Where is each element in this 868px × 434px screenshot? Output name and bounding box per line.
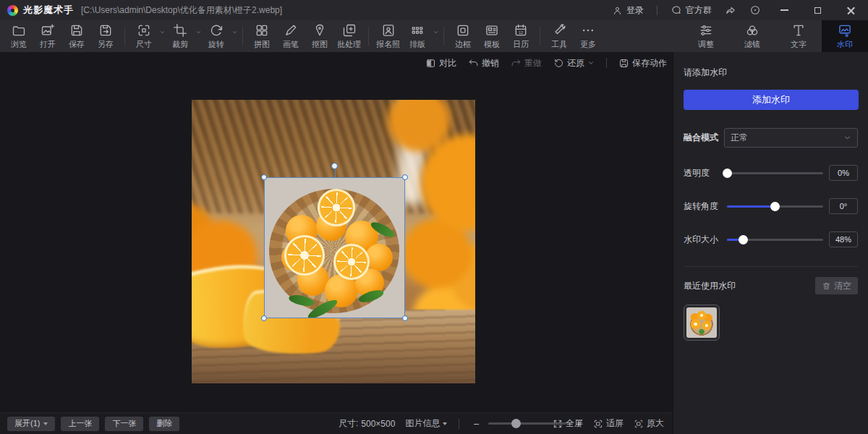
login-button[interactable]: 登录 bbox=[612, 4, 644, 17]
toolbar-border[interactable]: 边框 bbox=[448, 20, 477, 52]
save-action-icon bbox=[618, 58, 629, 69]
delete-image-button[interactable]: 删除 bbox=[149, 417, 179, 431]
toolbar-layout[interactable]: 排版 bbox=[403, 20, 432, 52]
toolbar-brush[interactable]: 画笔 bbox=[276, 20, 305, 52]
expand-button[interactable]: 展开(1) bbox=[7, 417, 55, 431]
share-button[interactable] bbox=[725, 4, 736, 16]
chevron-down-icon[interactable] bbox=[231, 29, 238, 35]
layout-icon bbox=[410, 23, 425, 38]
image-info-dropdown[interactable]: 图片信息 bbox=[405, 417, 447, 430]
image-dimensions: 500×500 bbox=[361, 419, 395, 429]
toolbar-save[interactable]: 保存 bbox=[62, 20, 91, 52]
recent-watermarks-title: 最近使用水印 bbox=[684, 280, 736, 292]
slider-thumb[interactable] bbox=[723, 169, 732, 178]
resize-handle-top-left[interactable] bbox=[261, 174, 267, 180]
opacity-label: 透明度 bbox=[684, 167, 721, 179]
chevron-down-icon[interactable] bbox=[195, 29, 202, 35]
rotate-icon bbox=[209, 23, 224, 38]
opacity-value[interactable]: 0% bbox=[829, 165, 858, 181]
toolbar-save-as[interactable]: 另存 bbox=[91, 20, 120, 52]
rotation-slider[interactable] bbox=[727, 205, 823, 208]
official-group-button[interactable]: 官方群 bbox=[671, 4, 712, 17]
actual-size-button[interactable]: 原大 bbox=[634, 417, 664, 430]
watermark-icon bbox=[838, 23, 852, 38]
tab-adjust[interactable]: 调整 bbox=[683, 20, 729, 52]
chevron-down-icon bbox=[587, 59, 595, 67]
size-value[interactable]: 48% bbox=[829, 231, 858, 247]
redo-button[interactable]: 重做 bbox=[511, 57, 542, 69]
prev-image-button[interactable]: 上一张 bbox=[61, 417, 99, 431]
settings-button[interactable] bbox=[749, 4, 761, 16]
minimize-button[interactable] bbox=[774, 2, 794, 18]
resize-handle-bottom-right[interactable] bbox=[402, 315, 408, 321]
svg-text:12: 12 bbox=[519, 30, 523, 34]
slider-thumb[interactable] bbox=[739, 235, 748, 244]
rotation-value[interactable]: 0° bbox=[829, 198, 858, 214]
slider-thumb[interactable] bbox=[770, 202, 780, 211]
rotation-handle[interactable] bbox=[331, 163, 338, 169]
opacity-slider[interactable] bbox=[727, 172, 823, 174]
watermark-selection-box[interactable] bbox=[264, 177, 405, 318]
toolbar-tools[interactable]: 工具 bbox=[545, 20, 574, 52]
dropdown-arrow-icon bbox=[43, 422, 48, 425]
maximize-button[interactable] bbox=[807, 2, 827, 18]
tab-filter[interactable]: 滤镜 bbox=[729, 20, 775, 52]
toolbar-more[interactable]: 更多 bbox=[574, 20, 603, 52]
toolbar-batch[interactable]: 批处理 bbox=[334, 20, 364, 52]
app-window: 光影魔术手 [C:\Users\admin\Desktop\优化备用素材\橙子2… bbox=[0, 0, 868, 434]
zoom-out-button[interactable]: − bbox=[471, 418, 481, 430]
close-icon bbox=[847, 7, 855, 14]
slider-fill bbox=[727, 205, 775, 208]
toolbar-divider bbox=[540, 27, 540, 46]
toolbar-template[interactable]: 模板 bbox=[477, 20, 506, 52]
app-title: 光影魔术手 bbox=[23, 4, 74, 17]
toolbar-browse[interactable]: 浏览 bbox=[4, 20, 33, 52]
zoom-slider-thumb[interactable] bbox=[511, 419, 521, 428]
template-icon bbox=[485, 23, 499, 38]
toolbar-id-photo[interactable]: 报名照 bbox=[373, 20, 403, 52]
add-watermark-button[interactable]: 添加水印 bbox=[684, 90, 859, 110]
blend-mode-label: 融合模式 bbox=[684, 132, 718, 144]
tab-text[interactable]: 文字 bbox=[775, 20, 822, 52]
size-slider[interactable] bbox=[727, 239, 823, 241]
toolbar-crop[interactable]: 裁剪 bbox=[166, 20, 195, 52]
fit-screen-button[interactable]: 适屏 bbox=[593, 417, 624, 430]
target-icon bbox=[749, 4, 761, 16]
next-image-button[interactable]: 下一张 bbox=[105, 417, 143, 431]
toolbar-divider bbox=[124, 27, 125, 46]
toolbar-open[interactable]: 打开 bbox=[33, 20, 62, 52]
toolbar-calendar[interactable]: 12 日历 bbox=[506, 20, 535, 52]
toolbar-resize[interactable]: 尺寸 bbox=[129, 20, 158, 52]
pen-nib-icon bbox=[312, 23, 327, 38]
image-canvas[interactable] bbox=[192, 100, 475, 383]
save-action-button[interactable]: 保存动作 bbox=[618, 57, 667, 69]
id-photo-icon bbox=[381, 23, 396, 38]
chevron-down-icon[interactable] bbox=[159, 29, 166, 35]
reset-button[interactable]: 还原 bbox=[553, 57, 595, 69]
chevron-down-icon[interactable] bbox=[433, 29, 439, 35]
workspace: 对比 撤销 重做 还原 保存动作 bbox=[0, 52, 673, 412]
more-dots-icon bbox=[581, 23, 595, 38]
crop-icon bbox=[173, 23, 187, 38]
watermark-panel: 请添加水印 添加水印 融合模式 正常 透明度 0% 旋转角度 0° bbox=[673, 52, 868, 434]
resize-handle-bottom-left[interactable] bbox=[261, 315, 267, 321]
tab-watermark[interactable]: 水印 bbox=[822, 20, 868, 52]
batch-icon bbox=[342, 23, 357, 38]
clear-button[interactable]: 清空 bbox=[815, 277, 858, 294]
panel-title: 请添加水印 bbox=[684, 67, 858, 79]
rotation-label: 旋转角度 bbox=[684, 200, 721, 213]
titlebar-divider bbox=[657, 6, 658, 15]
close-button[interactable] bbox=[841, 2, 861, 18]
fullscreen-button[interactable]: 全屏 bbox=[553, 417, 583, 430]
toolbar-collage[interactable]: 拼图 bbox=[247, 20, 276, 52]
recent-watermark-thumbnail[interactable] bbox=[684, 305, 720, 341]
image-open-icon bbox=[41, 23, 55, 38]
undo-button[interactable]: 撤销 bbox=[468, 57, 499, 69]
compare-button[interactable]: 对比 bbox=[425, 57, 456, 69]
blend-mode-select[interactable]: 正常 bbox=[724, 128, 858, 148]
toolbar-cutout[interactable]: 抠图 bbox=[305, 20, 334, 52]
save-as-icon bbox=[98, 23, 113, 38]
resize-handle-top-right[interactable] bbox=[402, 174, 408, 180]
minimize-icon bbox=[780, 9, 788, 11]
toolbar-rotate[interactable]: 旋转 bbox=[202, 20, 231, 52]
